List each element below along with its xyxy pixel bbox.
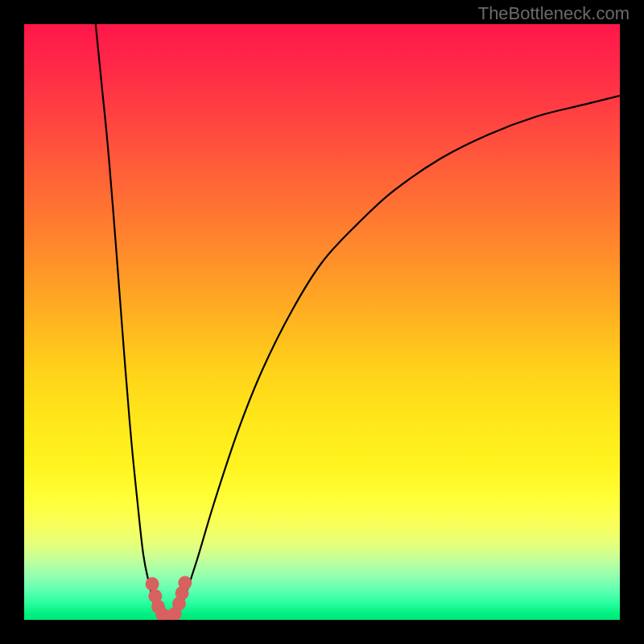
data-marker (146, 577, 159, 591)
data-marker (178, 576, 192, 590)
plot-area (24, 24, 620, 620)
curve-right-branch (176, 96, 620, 620)
curve-left-branch (96, 24, 161, 620)
markers-group (146, 576, 192, 620)
attribution-text: TheBottleneck.com (478, 3, 630, 24)
chart-svg (24, 24, 620, 620)
